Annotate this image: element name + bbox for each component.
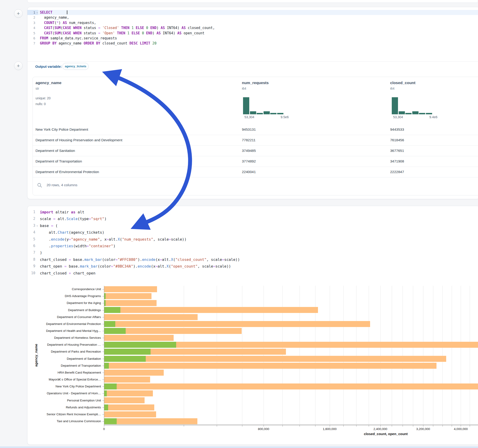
line-number: 10 <box>27 270 38 277</box>
line-number: 5 <box>27 31 38 36</box>
x-axis-tick <box>343 425 344 427</box>
y-axis-tick <box>102 407 104 408</box>
table-cell: 2222847 <box>390 167 404 177</box>
x-axis-tick <box>369 425 369 427</box>
code-text: scale = alt.Scale(type="sqrt") <box>38 216 107 222</box>
y-axis-label: Department of Buildings <box>0 308 101 312</box>
code-line: 1∨SELECT <box>27 10 478 15</box>
row-column-count: 20 rows, 4 columns <box>47 183 77 187</box>
y-axis-tick <box>102 400 104 401</box>
x-axis-tick <box>315 425 315 427</box>
line-number: 3∨ <box>27 222 38 229</box>
previous-cell-edge <box>27 0 478 3</box>
gridline <box>184 286 184 425</box>
line-number: 2 <box>27 216 38 222</box>
y-axis-label: Department of Housing Preservation … <box>0 343 101 346</box>
y-axis-tick <box>102 373 104 373</box>
table-row[interactable]: Department of Housing Preservation and D… <box>33 135 478 146</box>
histogram-min-label: 53,304 <box>393 115 403 119</box>
closed-count-bar <box>104 293 151 299</box>
output-variable-divider <box>27 61 478 62</box>
collapse-chevron-icon[interactable]: ∨ <box>37 223 38 229</box>
open-count-bar <box>104 328 126 334</box>
y-axis-label: Department of Transportation <box>0 364 101 367</box>
y-axis-tick <box>102 366 104 366</box>
line-number: 7 <box>27 249 38 256</box>
x-axis-tick <box>442 425 443 427</box>
code-text: chart_closed = base.mark_bar(color="#FFC… <box>38 256 240 263</box>
code-line: 5 .encode(y="agency_name", x=alt.X("num_… <box>27 236 478 243</box>
table-row[interactable]: New York City Police Department945313194… <box>33 124 478 135</box>
y-axis-tick <box>102 317 104 317</box>
next-cell-edge[interactable] <box>0 446 478 448</box>
code-line: 6FROM sample_data.nyc.service_requests <box>27 36 478 41</box>
closed-count-bar <box>104 411 156 417</box>
table-cell: 9443533 <box>390 124 404 135</box>
python-editor[interactable]: 1import altair as alt2scale = alt.Scale(… <box>27 209 478 277</box>
x-axis-tick-label: 2,400,000 <box>374 427 387 431</box>
collapse-chevron-icon[interactable]: ∨ <box>37 10 38 15</box>
line-number: 3 <box>27 20 38 25</box>
code-line: 8chart_closed = base.mark_bar(color="#FF… <box>27 256 478 263</box>
code-line: 7) <box>27 249 478 256</box>
x-axis-line <box>104 425 478 425</box>
x-axis-tick <box>470 425 470 427</box>
y-axis-label: Department of Homeless Services <box>0 336 101 339</box>
notebook-page: + + 1∨SELECT 2 agency_name,3 COUNT(*) AS… <box>0 0 478 448</box>
code-text: import altair as alt <box>38 209 84 216</box>
y-axis-tick <box>102 289 104 289</box>
gridline <box>452 286 452 425</box>
histogram-bar <box>257 113 263 114</box>
y-axis-label: Operations Unit - Department of Hom… <box>0 392 101 395</box>
y-axis-label: New York City Police Department <box>0 385 101 388</box>
text-caret <box>67 10 67 14</box>
x-axis-tick-label: 4,000,000 <box>454 427 468 431</box>
closed-count-bar <box>104 286 157 292</box>
y-axis-label: Mayorâ€ s Office of Special Enforce… <box>0 378 101 381</box>
code-text: .encode(y="agency_name", x=alt.X("num_re… <box>38 236 187 243</box>
histogram-bar <box>412 111 419 114</box>
output-variable-pill[interactable]: agency_tickets <box>63 63 88 70</box>
histogram-min-label: 53,304 <box>245 115 254 119</box>
code-line: 5 CAST(SUM(CASE WHEN status = 'Open' THE… <box>27 31 478 36</box>
table-row[interactable]: Department of Transportation377489234719… <box>33 156 478 167</box>
line-number: 1 <box>27 209 38 216</box>
table-cell: 3749485 <box>242 145 256 156</box>
x-axis-tick <box>283 425 283 427</box>
y-axis-tick <box>102 345 104 345</box>
x-axis-tick <box>392 425 392 427</box>
column-name: num_requests <box>242 81 269 85</box>
y-axis-label: Department of Health and Mental Hyg… <box>0 329 101 333</box>
closed-count-bar <box>104 370 164 376</box>
histogram-max-label: 9.4e6 <box>429 115 437 119</box>
x-axis-tick-label: 0 <box>103 427 105 431</box>
table-row[interactable]: Department of Environmental Protection22… <box>33 167 478 177</box>
histogram-bar <box>399 111 405 114</box>
chart-plot-area <box>104 286 478 425</box>
output-variable-label: Output variable: <box>35 64 62 68</box>
histogram-bar <box>250 111 256 114</box>
table-cell: New York City Police Department <box>36 124 88 135</box>
gridline <box>343 286 344 425</box>
search-icon[interactable] <box>37 182 42 188</box>
histogram-bar <box>392 97 398 114</box>
histogram-max-label: 9.5e6 <box>281 115 289 119</box>
x-axis-tick <box>413 425 413 427</box>
y-axis-label: Senior Citizen Rent Increase Exempti… <box>0 412 101 416</box>
open-count-bar <box>104 363 109 369</box>
y-axis-label: Personal Exemption Unit <box>0 399 101 402</box>
column-null-count: nulls: 0 <box>36 102 46 106</box>
code-line: 7GROUP BY agency_name ORDER BY closed_co… <box>27 41 478 46</box>
code-text: alt.Chart(agency_tickets) <box>38 229 104 236</box>
add-cell-button-output[interactable]: + <box>14 62 23 70</box>
y-axis-label: Department of Consumer Affairs <box>0 315 101 319</box>
open-count-bar <box>104 404 108 411</box>
add-cell-button-top[interactable]: + <box>14 9 23 18</box>
table-row[interactable]: Department of Sanitation37494853677651 <box>33 145 478 156</box>
line-number: 6 <box>27 243 38 249</box>
y-axis-label: Department of Sanitation <box>0 357 101 361</box>
y-axis-label: Taxi and Limousine Commission <box>0 419 101 423</box>
x-axis-tick <box>461 425 461 427</box>
sql-editor[interactable]: 1∨SELECT 2 agency_name,3 COUNT(*) AS num… <box>27 10 478 46</box>
line-number: 6 <box>27 36 38 41</box>
